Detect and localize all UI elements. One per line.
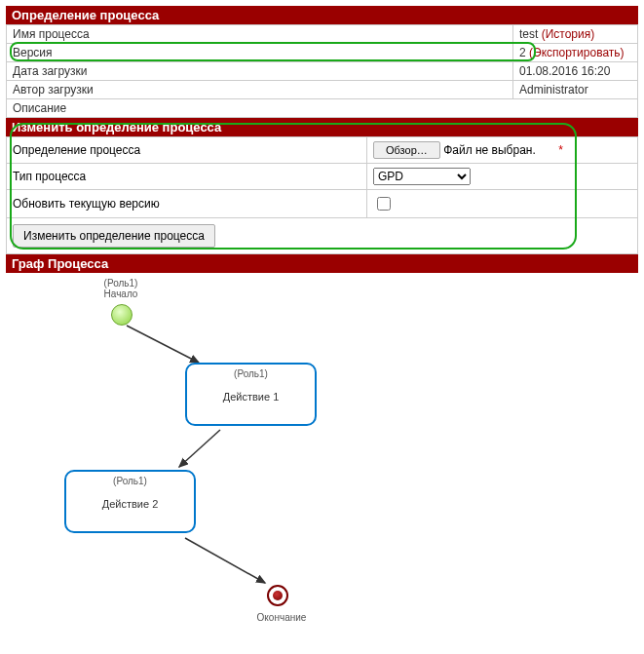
svg-line-0 — [127, 326, 199, 363]
version-value: 2 — [519, 46, 526, 59]
name-value: test — [519, 27, 538, 41]
process-type-label: Тип процесса — [7, 164, 367, 190]
change-form: Определение процесса Обзор… Файл не выбр… — [6, 136, 638, 218]
export-link[interactable]: (Экспортировать) — [529, 46, 625, 59]
section-header-graph: Граф Процесса — [6, 254, 638, 273]
task2-label: Действие 2 — [66, 498, 194, 510]
history-link[interactable]: (История) — [542, 27, 595, 41]
browse-button[interactable]: Обзор… — [373, 141, 440, 159]
start-text-label: Начало — [92, 289, 150, 299]
task1-role: (Роль1) — [187, 368, 315, 379]
version-value-cell: 2 (Экспортировать) — [513, 44, 638, 62]
end-node[interactable] — [267, 585, 288, 606]
task-node-2[interactable]: (Роль1) Действие 2 — [64, 470, 196, 533]
start-role-label: (Роль1) — [92, 278, 150, 289]
definition-file-cell: Обзор… Файл не выбран. * — [367, 137, 638, 164]
svg-line-2 — [185, 538, 265, 583]
name-value-cell: test (История) — [513, 25, 638, 44]
process-type-select[interactable]: GPD — [373, 168, 471, 185]
task-node-1[interactable]: (Роль1) Действие 1 — [185, 363, 317, 426]
uploaded-label: Дата загрузки — [7, 62, 513, 81]
uploaded-value: 01.08.2016 16:20 — [513, 62, 638, 81]
process-type-cell: GPD — [367, 164, 638, 190]
update-current-cell — [367, 190, 638, 218]
definition-file-label: Определение процесса — [7, 137, 367, 164]
svg-line-1 — [179, 430, 220, 467]
version-label: Версия — [7, 44, 513, 62]
task2-role: (Роль1) — [66, 476, 194, 486]
update-current-checkbox[interactable] — [377, 197, 391, 211]
no-file-text: Файл не выбран. — [443, 143, 536, 157]
name-label: Имя процесса — [7, 25, 513, 44]
process-graph: (Роль1) Начало (Роль1) Действие 1 (Роль1… — [6, 273, 629, 643]
author-value: Administrator — [513, 81, 638, 99]
section-header-change: Изменить определение процесса — [6, 118, 638, 136]
task1-label: Действие 1 — [187, 391, 315, 403]
start-node[interactable] — [111, 304, 133, 326]
info-table: Имя процесса test (История) Версия 2 (Эк… — [6, 24, 638, 118]
update-current-label: Обновить текущую версию — [7, 190, 367, 218]
required-marker: * — [558, 143, 563, 157]
end-text-label: Окончание — [247, 612, 316, 623]
author-label: Автор загрузки — [7, 81, 513, 99]
section-header-definition: Определение процесса — [6, 6, 638, 24]
desc-label: Описание — [7, 99, 638, 118]
submit-change-button[interactable]: Изменить определение процесса — [13, 224, 215, 248]
